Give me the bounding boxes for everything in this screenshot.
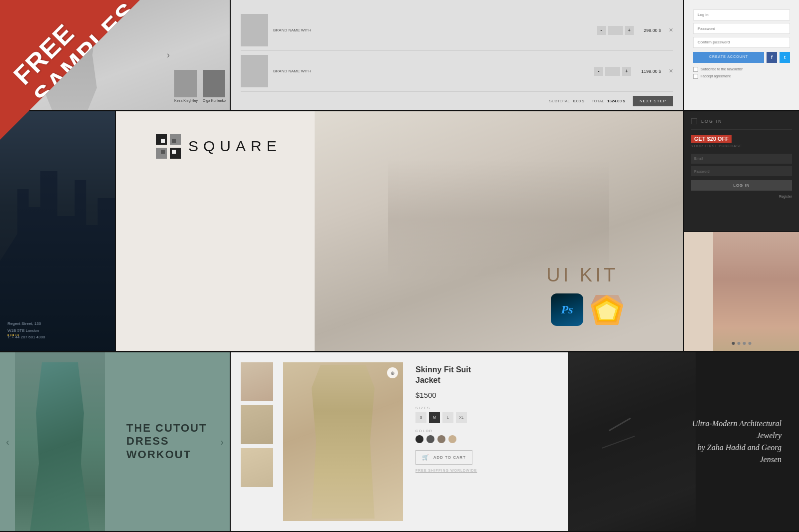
color-1[interactable]	[415, 435, 423, 443]
size-l[interactable]: L	[442, 412, 453, 423]
color-label: COLOR	[415, 429, 553, 433]
free-shipping-label: FREE SHIPPING WORLDWIDE	[415, 469, 553, 472]
password-field[interactable]	[693, 23, 790, 34]
product2-price: 1199.00 $	[641, 69, 661, 74]
add-to-cart-button[interactable]: 🛒 ADD TO CART	[415, 450, 472, 465]
product-main-image: ⊕	[283, 362, 403, 521]
location-info: Regent Street, 130 W1B 5TE London T: + 4…	[7, 320, 45, 341]
color-3[interactable]	[437, 435, 445, 443]
next-arrow[interactable]: ›	[220, 436, 224, 448]
confirm-password-field[interactable]	[693, 37, 790, 48]
bottom-right-panel: Ultra-Modern Architectural Jewelry by Za…	[569, 352, 799, 531]
twitter-button[interactable]: t	[780, 52, 790, 63]
sizes-label: SIZES	[415, 406, 553, 410]
product-details: Skinny Fit SuitJacket $1500 SIZES S M L …	[410, 362, 558, 521]
square-logo-icon	[156, 134, 181, 159]
thumb-1[interactable]	[241, 362, 273, 401]
model1-name: Keira Knightley	[174, 99, 198, 102]
brand-logo: SQUARE	[156, 134, 282, 159]
jewelry-title: Ultra-Modern Architectural Jewelry by Za…	[682, 418, 782, 466]
hero-panel: SQUARE UI KIT Ps	[116, 111, 683, 351]
ui-kit-label: UI KIT	[546, 265, 618, 286]
login-button[interactable]: LOG IN	[691, 180, 792, 191]
login-email-field[interactable]	[691, 154, 792, 164]
agreement-label: I accept agreement	[701, 74, 731, 78]
next-step-button[interactable]: NEXT STEP	[633, 96, 673, 106]
sketch-icon	[591, 293, 623, 326]
prev-arrow[interactable]: ‹	[6, 436, 9, 448]
newsletter-label: Subscribe to the newsletter	[701, 67, 743, 71]
bottom-left-panel: THE CUTOUT DRESS WORKOUT ‹ ›	[0, 352, 230, 531]
svg-rect-4	[161, 139, 165, 143]
bottom-center-panel: ⊕ Skinny Fit SuitJacket $1500 SIZES S M …	[231, 352, 568, 531]
register-link[interactable]: Register	[691, 195, 792, 198]
create-account-button[interactable]: CREATE ACCOUNT	[693, 52, 764, 63]
size-m[interactable]: M	[429, 412, 440, 423]
offer-subtitle: YOUR FIRST PURCHASE	[691, 144, 792, 148]
product-price: $1500	[415, 391, 553, 399]
cart-icon: 🛒	[422, 454, 429, 461]
product2-name: BRAND NAME WITH	[273, 69, 589, 73]
jewelry-text: Ultra-Modern Architectural Jewelry by Za…	[682, 418, 782, 466]
svg-rect-7	[172, 150, 176, 154]
facebook-button[interactable]: f	[767, 52, 777, 63]
thumb-3[interactable]	[241, 448, 273, 487]
subtotal: 0.00 $	[573, 99, 584, 103]
color-4[interactable]	[448, 435, 456, 443]
size-xl[interactable]: XL	[456, 412, 467, 423]
login-field[interactable]	[693, 9, 790, 20]
product1-name: BRAND NAME WITH	[273, 28, 592, 32]
app-icons-row: Ps	[551, 293, 623, 326]
total: 1624.00 $	[607, 99, 625, 103]
product1-price: 299.00 $	[644, 28, 661, 33]
svg-rect-6	[161, 150, 165, 154]
offer-text: GET $20 OFF	[691, 135, 732, 143]
cutout-title-1: THE CUTOUT	[126, 422, 230, 435]
product-title: Skinny Fit SuitJacket	[415, 365, 553, 386]
cutout-title-2: DRESS WORKOUT	[126, 435, 230, 462]
thumb-2[interactable]	[241, 405, 273, 444]
color-2[interactable]	[426, 435, 434, 443]
login-password-field[interactable]	[691, 166, 792, 176]
size-s[interactable]: S	[415, 412, 426, 423]
brand-name: SQUARE	[188, 138, 282, 155]
fashion-panel	[684, 232, 799, 351]
carousel-arrow-right[interactable]: ›	[167, 50, 170, 60]
top-right-panel: CREATE ACCOUNT f t Subscribe to the news…	[684, 0, 799, 110]
zoom-icon[interactable]: ⊕	[387, 367, 398, 378]
login-title: LOG IN	[701, 119, 723, 124]
svg-rect-5	[172, 139, 176, 143]
model2-name: Olga Kurlienko	[203, 99, 226, 102]
mid-left-panel: Regent Street, 130 W1B 5TE London T: + 4…	[0, 111, 115, 351]
mid-right-panel: LOG IN GET $20 OFF YOUR FIRST PURCHASE L…	[684, 111, 799, 351]
photoshop-icon: Ps	[551, 293, 583, 326]
top-center-panel: BRAND NAME WITH - + 299.00 $ ✕ BRAND NAM…	[231, 0, 683, 110]
